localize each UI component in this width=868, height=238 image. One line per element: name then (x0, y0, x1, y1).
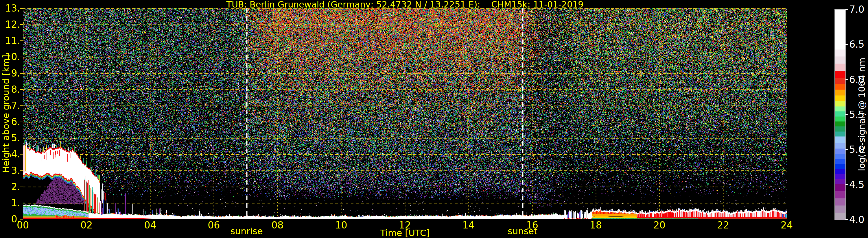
y-tick-label-4: 4. (0, 149, 20, 159)
y-tick-label-6: 6. (0, 117, 20, 127)
y-tick-label-9: 9. (0, 68, 20, 78)
colorbar-tick-6 (845, 79, 848, 80)
colorbar-tick-4 (845, 219, 848, 220)
y-tick-mark-3 (20, 170, 23, 171)
ceilometer-quicklook-figure: TUB: Berlin Grunewald (Germany; 52.4732 … (0, 0, 868, 238)
y-tick-mark-2 (20, 186, 23, 187)
x-tick-label-24: 24 (781, 220, 793, 230)
colorbar-tick-label-6: 6.0 (849, 74, 864, 84)
y-tick-mark-1 (20, 203, 23, 203)
y-tick-mark-5 (20, 138, 23, 138)
y-tick-label-5: 5. (0, 133, 20, 143)
colorbar-tick-label-6.5: 6.5 (849, 40, 864, 49)
y-tick-mark-9 (20, 73, 23, 74)
colorbar-tick-5.5 (845, 114, 848, 115)
x-tick-label-22: 22 (717, 220, 729, 230)
x-tick-label-10: 10 (335, 220, 347, 230)
colorbar-tick-5 (845, 149, 848, 150)
x-tick-label-12: 12 (399, 220, 411, 230)
colorbar-tick-label-4: 4.0 (849, 215, 864, 225)
y-tick-mark-10 (20, 57, 23, 57)
x-tick-label-14: 14 (463, 220, 475, 230)
y-tick-label-12: 12. (0, 20, 20, 29)
sunrise-label: sunrise (230, 227, 263, 236)
y-tick-label-3: 3. (0, 166, 20, 175)
y-tick-label-8: 8. (0, 84, 20, 94)
y-tick-mark-11 (20, 40, 23, 41)
x-tick-label-06: 06 (208, 220, 220, 230)
y-tick-mark-7 (20, 105, 23, 106)
x-tick-label-00: 00 (17, 220, 29, 230)
y-tick-mark-6 (20, 122, 23, 122)
heatmap-canvas (23, 8, 787, 219)
colorbar-tick-label-5: 5.0 (849, 145, 864, 154)
x-tick-label-18: 18 (590, 220, 602, 230)
sunset-label: sunset (507, 227, 537, 236)
x-tick-label-04: 04 (144, 220, 156, 230)
y-tick-label-7: 7. (0, 101, 20, 110)
colorbar-tick-7 (845, 9, 848, 10)
colorbar-tick-label-5.5: 5.5 (849, 110, 864, 119)
y-tick-mark-13 (20, 8, 23, 9)
y-tick-mark-8 (20, 89, 23, 90)
y-tick-label-10: 10. (0, 52, 20, 62)
plot-title: TUB: Berlin Grunewald (Germany; 52.4732 … (226, 0, 584, 9)
colorbar-tick-label-7: 7.0 (849, 5, 864, 14)
colorbar-canvas (834, 9, 846, 220)
colorbar-tick-label-4.5: 4.5 (849, 180, 864, 189)
y-tick-label-1: 1. (0, 198, 20, 208)
x-tick-label-20: 20 (653, 220, 665, 230)
x-tick-label-02: 02 (81, 220, 93, 230)
colorbar-tick-6.5 (845, 44, 848, 45)
x-tick-label-08: 08 (271, 220, 283, 230)
y-tick-label-2: 2. (0, 182, 20, 192)
y-tick-mark-12 (20, 24, 23, 25)
y-tick-label-11: 11. (0, 36, 20, 45)
y-tick-mark-4 (20, 154, 23, 155)
colorbar-tick-4.5 (845, 184, 848, 185)
y-tick-label-13: 13. (0, 3, 20, 13)
